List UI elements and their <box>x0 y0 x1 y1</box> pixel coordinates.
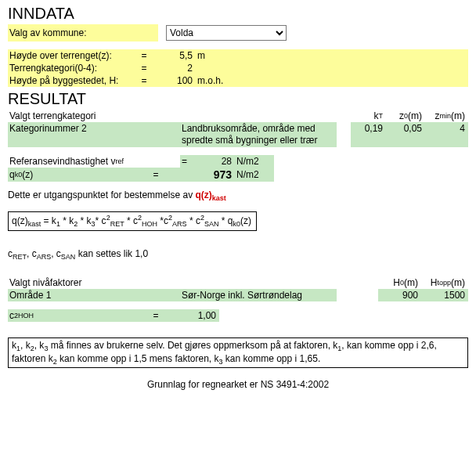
htopp-value: 1500 <box>421 289 468 301</box>
eq-sign: = <box>133 309 180 322</box>
qk0-unit: N/m2 <box>235 168 274 182</box>
vref-label: Referansevindhastighet vref <box>8 155 180 168</box>
hoyde-bygg-unit: m.o.h. <box>196 74 235 87</box>
kt-value: 0,19 <box>351 122 386 147</box>
c2hoh-value: 1,00 <box>180 309 219 322</box>
qk0-value: 973 <box>180 168 235 182</box>
hoyde-bygg-value: 100 <box>157 74 196 87</box>
formula-qz-kast: q(z)kast = k1 * k2 * k3* c2RET * c2HOH *… <box>8 211 257 230</box>
vref-unit: N/m2 <box>235 155 274 168</box>
eq-sign: = <box>133 49 157 62</box>
kt-header: kT <box>351 110 386 122</box>
zmin-value: 4 <box>425 122 468 147</box>
resultat-title: RESULTAT <box>8 90 468 108</box>
terrengkat-value: 2 <box>157 62 196 74</box>
valg-kommune-label: Valg av kommune: <box>8 24 158 42</box>
eq-sign: = <box>133 62 157 74</box>
c2hoh-label: c2HOH <box>8 309 133 322</box>
qk0-label: qk0(z) <box>8 168 133 182</box>
z0-value: 0,05 <box>386 122 425 147</box>
hoyde-bygg-label: Høyde på byggestedet, H: <box>8 74 133 87</box>
k-note: k1, k2, k3 må finnes av brukerne selv. D… <box>8 337 468 368</box>
c-note: cRET, cARS, cSAN kan settes lik 1,0 <box>8 248 468 261</box>
h0-header: H0(m) <box>378 276 421 289</box>
inndata-title: INNDATA <box>8 5 468 23</box>
z0-header: z0(m) <box>386 110 425 122</box>
vref-value: 28 <box>194 155 235 168</box>
eq-sign: = <box>180 155 194 168</box>
valgt-terreng-label: Valgt terrengkategori <box>8 110 180 122</box>
terrengkat-label: Terrengkategori(0-4): <box>8 62 133 74</box>
kommune-select[interactable]: Volda <box>166 25 287 41</box>
nivafaktor-label: Valgt nivåfaktorer <box>8 276 180 289</box>
zmin-header: zmin(m) <box>425 110 468 122</box>
utgangspunkt-text: Dette er utgangspunktet for bestemmelse … <box>8 189 468 202</box>
h0-value: 900 <box>378 289 421 301</box>
hoyde-z-value: 5,5 <box>157 49 196 62</box>
omrade-label: Område 1 <box>8 289 180 301</box>
eq-sign: = <box>133 74 157 87</box>
hoyde-z-label: Høyde over terrenget(z): <box>8 49 133 62</box>
kategorinummer-desc: Landbruksområde, område med spredte små … <box>180 122 337 147</box>
hoyde-z-unit: m <box>196 49 235 62</box>
kategorinummer-label: Kategorinummer 2 <box>8 122 180 147</box>
eq-sign: = <box>133 168 180 182</box>
omrade-value: Sør-Norge inkl. Sørtrøndelag <box>180 289 337 301</box>
footer-text: Grunnlag for regnearket er NS 3491-4:200… <box>8 379 468 390</box>
htopp-header: Htopp(m) <box>421 276 468 289</box>
